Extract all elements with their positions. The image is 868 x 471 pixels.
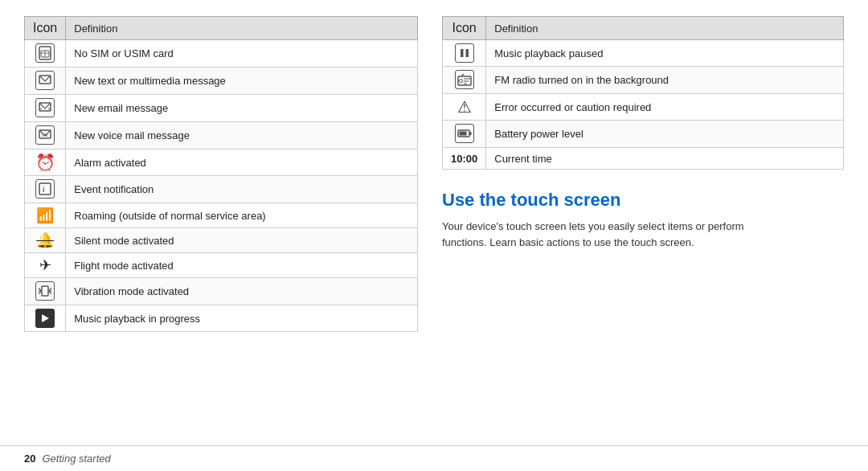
icon-cell-msg [25, 68, 66, 95]
table-row: i Event notification [25, 176, 418, 203]
touch-screen-description: Your device's touch screen lets you easi… [442, 219, 780, 250]
svg-rect-12 [42, 286, 48, 296]
svg-rect-28 [459, 132, 466, 136]
icon-cell-email [25, 95, 66, 122]
battery-icon [455, 124, 474, 143]
touch-screen-title: Use the touch screen [442, 190, 844, 211]
table-row: ⚠ Error occurred or caution required [443, 94, 844, 121]
left-col-def-header: Definition [66, 17, 418, 40]
svg-rect-19 [465, 49, 469, 57]
silent-icon: 🔔 [36, 232, 54, 248]
svg-point-21 [459, 80, 462, 83]
table-row: ⏰ Alarm activated [25, 149, 418, 176]
table-row: No SIM or USIM card [25, 40, 418, 68]
right-icon-table: Icon Definition [442, 16, 844, 170]
event-icon: i [35, 179, 55, 199]
left-icon-table: Icon Definition [24, 16, 418, 437]
table-row: Music playback paused [443, 40, 844, 67]
icon-cell-voicemail: VM [25, 122, 66, 149]
icon-cell-flight: ✈ [25, 253, 66, 278]
table-row: ✈ Flight mode activated [25, 253, 418, 278]
icon-cell-warning: ⚠ [443, 94, 486, 121]
email-icon [35, 98, 55, 117]
icon-cell-pause [443, 40, 486, 67]
sim-icon [35, 43, 55, 63]
def-new-email: New email message [66, 95, 418, 122]
def-silent: Silent mode activated [66, 228, 418, 253]
svg-rect-10 [39, 183, 51, 195]
def-roaming: Roaming (outside of normal service area) [66, 203, 418, 228]
table-row: New email message [25, 95, 418, 122]
table-row: Battery power level [443, 121, 844, 148]
table-row: FM radio turned on in the background [443, 67, 844, 94]
def-no-sim: No SIM or USIM card [66, 40, 418, 68]
def-warning: Error occurred or caution required [486, 94, 844, 121]
warning-icon: ⚠ [457, 98, 472, 116]
icon-cell-battery [443, 121, 486, 148]
svg-rect-18 [461, 49, 464, 57]
icon-cell-roaming: 📶 [25, 203, 66, 228]
def-time: Current time [486, 148, 844, 170]
table-row: Vibration mode activated [25, 278, 418, 305]
def-radio: FM radio turned on in the background [486, 67, 844, 94]
icon-cell-vibration [25, 278, 66, 305]
footer: 20 Getting started [0, 445, 868, 471]
right-section: Icon Definition [442, 16, 844, 437]
roaming-icon: 📶 [36, 207, 54, 223]
def-voicemail: New voice mail message [66, 122, 418, 149]
def-flight: Flight mode activated [66, 253, 418, 278]
vibration-icon [35, 281, 55, 301]
flight-icon: ✈ [39, 257, 51, 273]
def-new-text: New text or multimedia message [66, 68, 418, 95]
icon-cell-radio [443, 67, 486, 94]
table-row: 🔔 Silent mode activated [25, 228, 418, 253]
pause-icon [455, 43, 474, 63]
svg-text:i: i [43, 186, 45, 194]
icon-cell-music [25, 305, 66, 332]
icon-cell-silent: 🔔 [25, 228, 66, 253]
icon-cell-event: i [25, 176, 66, 203]
def-alarm: Alarm activated [66, 149, 418, 176]
left-col-icon-header: Icon [25, 17, 66, 40]
def-event: Event notification [66, 176, 418, 203]
icon-cell-sim [25, 40, 66, 68]
svg-rect-27 [469, 132, 472, 135]
touch-screen-section: Use the touch screen Your device's touch… [442, 186, 844, 250]
table-row: Music playback in progress [25, 305, 418, 332]
page-number: 20 [24, 453, 35, 465]
icon-cell-time: 10:00 [443, 148, 486, 170]
svg-text:VM: VM [42, 133, 48, 137]
music-icon [35, 309, 55, 328]
right-col-def-header: Definition [486, 17, 844, 40]
radio-icon [455, 70, 474, 89]
voicemail-icon: VM [35, 125, 55, 145]
message-icon [35, 71, 55, 90]
icon-cell-alarm: ⏰ [25, 149, 66, 176]
svg-marker-17 [42, 314, 49, 322]
page-label: Getting started [42, 453, 110, 465]
table-row: 📶 Roaming (outside of normal service are… [25, 203, 418, 228]
time-icon: 10:00 [451, 153, 477, 165]
def-pause: Music playback paused [486, 40, 844, 67]
def-vibration: Vibration mode activated [66, 278, 418, 305]
table-row: 10:00 Current time [443, 148, 844, 170]
table-row: VM New voice mail message [25, 122, 418, 149]
alarm-icon: ⏰ [35, 154, 55, 171]
def-battery: Battery power level [486, 121, 844, 148]
right-col-icon-header: Icon [443, 17, 486, 40]
def-music: Music playback in progress [66, 305, 418, 332]
table-row: New text or multimedia message [25, 68, 418, 95]
